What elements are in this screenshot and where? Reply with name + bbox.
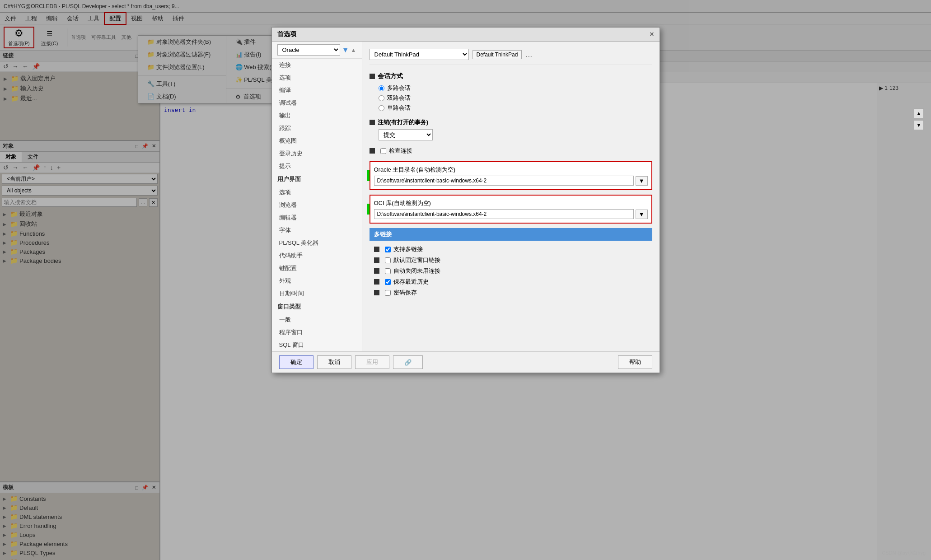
section-indicator [370,74,375,79]
radio-multi-session: 多路会话 [379,84,652,92]
section-indicator [374,279,379,285]
dleft-item-overview[interactable]: 概览图 [272,135,362,147]
dleft-item-trace[interactable]: 跟踪 [272,122,362,135]
radio-dual-session: 双路会话 [379,94,652,102]
dleft-ui-datetime[interactable]: 日期/时间 [272,287,362,300]
cancel-button[interactable]: 取消 [317,355,351,369]
apply-button[interactable]: 应用 [355,355,389,369]
dleft-ui-code-assist[interactable]: 代码助手 [272,249,362,262]
session-mode-label: 会话方式 [378,72,403,80]
radio-single-label: 单路会话 [387,104,411,112]
multi-connect-options: 支持多链接 默认固定窗口链接 自动关闭未用连接 [374,245,652,297]
dleft-ui-options[interactable]: 选项 [272,186,362,199]
dleft-item-options[interactable]: 选项 [272,71,362,84]
check-connection-row: 检查连接 [370,147,652,155]
dleft-wintype-program[interactable]: 程序窗口 [272,326,362,339]
oracle-home-input[interactable] [374,176,634,186]
confirm-button[interactable]: 确定 [279,355,313,369]
dialog-right-content: Default ThinkPad Default ThinkPad ... 会话… [362,42,660,351]
share-button[interactable]: 🔗 [393,355,423,369]
commit-select[interactable]: 提交 [379,129,433,140]
preferences-dialog: 首选项 × Oracle ▼ ▲ 连接 选项 编译 调试器 输出 [271,27,660,373]
dialog-close-btn[interactable]: × [650,30,654,38]
dleft-item-login-history[interactable]: 登录历史 [272,147,362,160]
dleft-item-connect[interactable]: 连接 [272,59,362,71]
oci-library-input[interactable] [374,209,634,219]
dleft-ui-editor[interactable]: 编辑器 [272,211,362,224]
commit-section: 注销(有打开的事务) 提交 [370,118,652,140]
oracle-select[interactable]: Oracle [277,44,340,56]
radio-multi-label: 多路会话 [387,84,411,92]
multi-row-4: 保存最近历史 [374,278,652,286]
commit-header: 注销(有打开的事务) [370,118,652,126]
oracle-home-input-row: ▼ [374,176,648,186]
cb-save-password-label: 密码保存 [393,289,417,297]
oracle-home-label: Oracle 主目录名(自动检测为空) [374,166,648,174]
connection-more-btn[interactable]: Default ThinkPad [473,50,522,59]
session-mode-section: 会话方式 多路会话 双路会话 单路会话 [370,72,652,112]
oracle-home-field: Oracle 主目录名(自动检测为空) ▼ [370,161,652,190]
dleft-wintype-sql[interactable]: SQL 窗口 [272,339,362,351]
connection-select-row: Default ThinkPad Default ThinkPad ... [370,49,652,65]
multi-row-2: 默认固定窗口链接 [374,256,652,264]
commit-label: 注销(有打开的事务) [378,118,429,126]
oracle-home-dropdown-btn[interactable]: ▼ [636,176,648,186]
dialog-overlay: 首选项 × Oracle ▼ ▲ 连接 选项 编译 调试器 输出 [0,0,931,560]
multi-connect-header: 多链接 [370,228,652,241]
dleft-ui-beautifier[interactable]: PL/SQL 美化器 [272,237,362,249]
check-connection-label: 检查连接 [389,147,412,155]
radio-single[interactable] [379,105,384,111]
dleft-item-debugger[interactable]: 调试器 [272,97,362,109]
radio-single-session: 单路会话 [379,104,652,112]
dleft-item-output[interactable]: 输出 [272,109,362,122]
help-button[interactable]: 帮助 [618,355,652,369]
dleft-ui-appearance[interactable]: 外观 [272,275,362,287]
cb-auto-close-label: 自动关闭未用连接 [393,267,440,275]
dleft-wintype-general[interactable]: 一般 [272,313,362,326]
cb-fixed-window-label: 默认固定窗口链接 [393,256,440,264]
oracle-home-indicator [367,170,370,181]
session-radio-group: 多路会话 双路会话 单路会话 [379,84,652,112]
commit-dropdown-row: 提交 [379,129,652,140]
dleft-ui-browser[interactable]: 浏览器 [272,199,362,211]
multi-row-5: 密码保存 [374,289,652,297]
section-indicator [370,148,375,154]
section-indicator [374,257,379,263]
check-connection-checkbox[interactable] [380,148,386,154]
dialog-left-nav: Oracle ▼ ▲ 连接 选项 编译 调试器 输出 跟踪 概览图 登录历史 提… [272,42,362,351]
oci-library-dropdown-btn[interactable]: ▼ [636,210,648,219]
connection-select[interactable]: Default ThinkPad [370,49,469,60]
oci-library-label: OCI 库(自动检测为空) [374,199,648,207]
footer-right-buttons: 帮助 [618,355,652,369]
oci-library-field: OCI 库(自动检测为空) ▼ [370,195,652,224]
oracle-dropdown-btn[interactable]: ▼ [342,46,349,54]
dleft-ui-font[interactable]: 字体 [272,224,362,237]
oracle-scroll-up[interactable]: ▲ [351,47,356,53]
section-indicator [370,120,375,125]
radio-dual-label: 双路会话 [387,94,411,102]
dialog-footer: 确定 取消 应用 🔗 帮助 [272,351,660,373]
cb-auto-close[interactable] [385,268,391,274]
radio-dual[interactable] [379,95,384,101]
cb-fixed-window[interactable] [385,257,391,263]
dialog-title-bar: 首选项 × [272,28,660,42]
dleft-item-hints[interactable]: 提示 [272,160,362,173]
dialog-body: Oracle ▼ ▲ 连接 选项 编译 调试器 输出 跟踪 概览图 登录历史 提… [272,42,660,351]
session-mode-header: 会话方式 [370,72,652,80]
multi-row-1: 支持多链接 [374,245,652,253]
dleft-wintype-header[interactable]: 窗口类型 [272,300,362,313]
connection-dots-btn[interactable]: ... [525,50,532,59]
radio-multi[interactable] [379,85,384,91]
cb-multi-support[interactable] [385,247,391,252]
cb-save-history[interactable] [385,279,391,285]
section-indicator [374,268,379,274]
multi-row-3: 自动关闭未用连接 [374,267,652,275]
dleft-item-compile[interactable]: 编译 [272,84,362,97]
section-indicator [374,247,379,252]
dialog-title-text: 首选项 [277,30,296,38]
cb-save-password[interactable] [385,290,391,296]
oci-library-input-row: ▼ [374,209,648,219]
watermark: CSDN @py小白hyg [882,550,926,556]
dleft-ui-header[interactable]: 用户界面 [272,173,362,186]
dleft-ui-keyconfig[interactable]: 键配置 [272,262,362,275]
